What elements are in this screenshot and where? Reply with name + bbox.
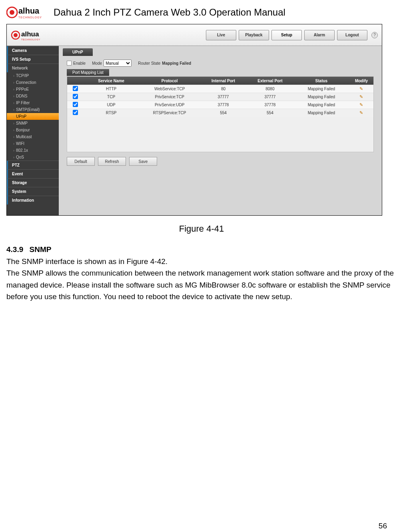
table-row: UDPPrivService:UDP3777837778Mapping Fail… xyxy=(67,101,373,109)
enable-checkbox[interactable] xyxy=(67,61,72,66)
section-number: 4.3.9 xyxy=(6,245,23,254)
sidebar: Camera IVS Setup Network TCP/IP Connecti… xyxy=(7,46,59,215)
cell-external-port: 554 xyxy=(247,111,293,115)
page-header: alhua TECHNOLOGY Dahua 2 Inch PTZ Camera… xyxy=(6,4,397,21)
port-mapping-table: Service Name Protocol Internal Port Exte… xyxy=(67,76,374,152)
col-modify: Modify xyxy=(349,79,373,83)
tab-alarm[interactable]: Alarm xyxy=(304,30,335,40)
cell-service: UDP xyxy=(83,103,139,107)
row-checkbox[interactable] xyxy=(73,86,78,91)
page-title: Dahua 2 Inch PTZ Camera Web 3.0 Operatio… xyxy=(54,7,285,18)
section-paragraph-2: The SNMP allows the communication betwee… xyxy=(6,267,397,302)
col-external-port: External Port xyxy=(247,79,293,83)
page-number: 56 xyxy=(379,522,387,530)
col-status: Status xyxy=(293,79,349,83)
svg-text:alhua: alhua xyxy=(21,30,39,38)
col-protocol: Protocol xyxy=(139,79,200,83)
cell-protocol: WebService:TCP xyxy=(139,87,200,91)
sidebar-item-ddns[interactable]: DDNS xyxy=(7,93,59,99)
cell-service: TCP xyxy=(83,95,139,99)
pencil-icon[interactable]: ✎ xyxy=(359,110,363,115)
cell-status: Mapping Failed xyxy=(293,87,349,91)
sidebar-item-smtp[interactable]: SMTP(Email) xyxy=(7,106,59,113)
sidebar-item-wifi[interactable]: WIFI xyxy=(7,140,59,147)
pencil-icon[interactable]: ✎ xyxy=(359,86,363,91)
table-row: TCPPrivService:TCP3777737777Mapping Fail… xyxy=(67,93,373,101)
panel-tab-upnp[interactable]: UPnP xyxy=(63,48,93,56)
sidebar-item-pppoe[interactable]: PPPoE xyxy=(7,86,59,93)
col-service: Service Name xyxy=(83,79,139,83)
sidebar-item-ipfilter[interactable]: IP Filter xyxy=(7,99,59,106)
logo-text: alhua xyxy=(18,6,40,15)
sidebar-section-camera[interactable]: Camera xyxy=(7,46,59,55)
router-state-value: Mapping Failed xyxy=(162,61,191,66)
screenshot-topbar: alhua TECHNOLOGY Live Playback Setup Ala… xyxy=(7,24,382,46)
sidebar-section-event[interactable]: Event xyxy=(7,169,59,178)
refresh-button[interactable]: Refresh xyxy=(98,157,126,166)
cell-status: Mapping Failed xyxy=(293,95,349,99)
cell-protocol: RTSPService:TCP xyxy=(139,111,200,115)
sidebar-section-system[interactable]: System xyxy=(7,187,59,196)
cell-protocol: PrivService:TCP xyxy=(139,95,200,99)
sidebar-item-multicast[interactable]: Multicast xyxy=(7,133,59,140)
section-paragraph-1: The SNMP interface is shown as in Figure… xyxy=(6,256,397,267)
main-tabs: Live Playback Setup Alarm Logout xyxy=(203,30,367,40)
svg-text:TECHNOLOGY: TECHNOLOGY xyxy=(18,16,42,19)
router-state-label: Router State xyxy=(138,61,160,66)
sidebar-item-connection[interactable]: Connection xyxy=(7,79,59,86)
cell-service: RTSP xyxy=(83,111,139,115)
cell-status: Mapping Failed xyxy=(293,111,349,115)
port-mapping-list-tab[interactable]: Port Mapping List xyxy=(67,69,109,76)
cell-internal-port: 554 xyxy=(200,111,247,115)
tab-logout[interactable]: Logout xyxy=(337,30,367,40)
sidebar-section-ivs[interactable]: IVS Setup xyxy=(7,55,59,64)
tab-live[interactable]: Live xyxy=(206,30,236,40)
sidebar-section-ptz[interactable]: PTZ xyxy=(7,161,59,169)
help-icon[interactable]: ? xyxy=(371,32,378,38)
table-row: HTTPWebService:TCP808080Mapping Failed✎ xyxy=(67,85,373,93)
dahua-logo: alhua TECHNOLOGY xyxy=(6,4,46,21)
sidebar-item-qos[interactable]: QoS xyxy=(7,154,59,161)
cell-service: HTTP xyxy=(83,87,139,91)
sidebar-item-bonjour[interactable]: Bonjour xyxy=(7,127,59,133)
mode-label: Mode xyxy=(92,61,102,66)
cell-internal-port: 37777 xyxy=(200,95,247,99)
row-checkbox[interactable] xyxy=(73,94,78,99)
section-title: SNMP xyxy=(30,245,52,254)
svg-text:TECHNOLOGY: TECHNOLOGY xyxy=(21,38,40,41)
enable-label: Enable xyxy=(73,61,86,66)
cell-external-port: 37778 xyxy=(247,103,293,107)
save-button[interactable]: Save xyxy=(129,157,157,166)
tab-setup[interactable]: Setup xyxy=(271,30,302,40)
cell-protocol: PrivService:UDP xyxy=(139,103,200,107)
sidebar-section-storage[interactable]: Storage xyxy=(7,178,59,187)
sidebar-section-network[interactable]: Network xyxy=(7,64,59,72)
cell-external-port: 37777 xyxy=(247,95,293,99)
row-checkbox[interactable] xyxy=(73,110,78,115)
sidebar-item-tcpip[interactable]: TCP/IP xyxy=(7,72,59,79)
default-button[interactable]: Default xyxy=(67,157,95,166)
sidebar-item-upnp[interactable]: UPnP xyxy=(7,113,59,120)
cell-internal-port: 80 xyxy=(200,87,247,91)
upnp-screenshot: alhua TECHNOLOGY Live Playback Setup Ala… xyxy=(6,24,382,216)
row-checkbox[interactable] xyxy=(73,102,78,107)
table-row: RTSPRTSPService:TCP554554Mapping Failed✎ xyxy=(67,109,373,117)
pencil-icon[interactable]: ✎ xyxy=(359,94,363,99)
main-panel: UPnP Enable Mode Manual Router State Map… xyxy=(59,46,382,215)
cell-external-port: 8080 xyxy=(247,87,293,91)
cell-internal-port: 37778 xyxy=(200,103,247,107)
pencil-icon[interactable]: ✎ xyxy=(359,102,363,107)
sidebar-item-snmp[interactable]: SNMP xyxy=(7,120,59,127)
figure-caption: Figure 4-41 xyxy=(6,224,397,234)
mode-select[interactable]: Manual xyxy=(104,60,132,67)
col-internal-port: Internal Port xyxy=(200,79,247,83)
section-heading: 4.3.9 SNMP xyxy=(6,245,397,254)
cell-status: Mapping Failed xyxy=(293,103,349,107)
screenshot-logo: alhua TECHNOLOGY xyxy=(11,28,55,42)
sidebar-section-information[interactable]: Information xyxy=(7,196,59,204)
table-header: Service Name Protocol Internal Port Exte… xyxy=(67,77,373,85)
tab-playback[interactable]: Playback xyxy=(239,30,269,40)
sidebar-item-8021x[interactable]: 802.1x xyxy=(7,147,59,154)
